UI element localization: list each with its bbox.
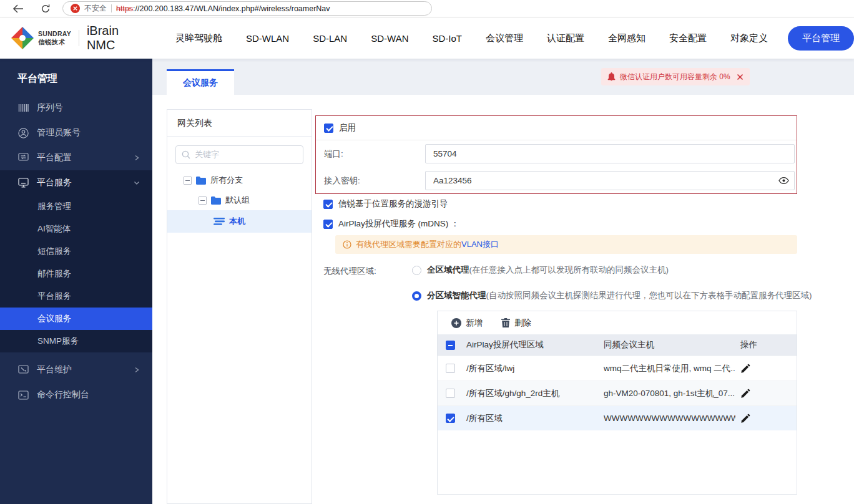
enable-checkbox[interactable] (324, 124, 333, 133)
sidebar-subitem-service-mgmt[interactable]: 服务管理 (0, 195, 152, 218)
main-content: 网关列表 关键字 所有分支 默认组 本机 (152, 95, 854, 504)
sidebar-item-platform-services[interactable]: 平台服务 (0, 170, 152, 195)
sidebar-item-platform-maintain[interactable]: 平台维护 (0, 357, 152, 382)
smart-area-radio-selected[interactable] (412, 291, 421, 301)
sidebar-subitem-ai-agent[interactable]: AI智能体 (0, 218, 152, 240)
gateway-list-panel: 网关列表 关键字 所有分支 默认组 本机 (167, 109, 312, 504)
sidebar-item-label: 平台配置 (37, 152, 72, 163)
sidebar-subitem-snmp[interactable]: SNMP服务 (0, 330, 152, 352)
nav-item-sd-wlan[interactable]: SD-WLAN (246, 33, 289, 44)
top-navigation: SUNDRAY 信锐技术 iBrain NMC 灵眸驾驶舱 SD-WLAN SD… (0, 17, 854, 59)
tab-meeting-service[interactable]: 会议服务 (167, 69, 234, 95)
nav-item-auth[interactable]: 认证配置 (547, 32, 584, 44)
tree-node-label: 默认组 (225, 195, 250, 206)
nav-item-sd-lan[interactable]: SD-LAN (313, 33, 347, 44)
radio-smart-area-row: 分区域智能代理(自动按照同频会议主机探测结果进行代理，您也可以在下方表格手动配置… (412, 290, 812, 301)
sidebar-subitem-mail[interactable]: 邮件服务 (0, 263, 152, 285)
sidebar-subitem-platform[interactable]: 平台服务 (0, 285, 152, 308)
radio-full-area-row: 全区域代理(在任意接入点上都可以发现所有联动的同频会议主机) (412, 264, 669, 276)
tree-node-label: 所有分支 (210, 175, 243, 186)
add-button[interactable]: 新增 (451, 317, 483, 329)
brand-name-cn: 信锐技术 (38, 38, 71, 46)
full-area-radio[interactable] (412, 266, 421, 275)
eye-icon[interactable] (778, 177, 789, 185)
nav-item-cockpit[interactable]: 灵眸驾驶舱 (175, 32, 222, 44)
delete-button-label: 删除 (514, 317, 531, 329)
nav-item-security[interactable]: 安全配置 (669, 32, 707, 44)
cell-host: gh-VM20-070801, gh-1st主机_07... (599, 388, 735, 399)
collapse-expander-icon[interactable] (184, 177, 192, 185)
sidebar-item-label: 平台维护 (37, 364, 72, 376)
table-toolbar: 新增 删除 (438, 311, 797, 334)
sidebar: 平台管理 序列号 管理员账号 平台配置 平台服务 服务管理 (0, 59, 152, 504)
browser-refresh-icon[interactable] (37, 1, 54, 17)
sidebar-item-cli-console[interactable]: 命令行控制台 (0, 382, 152, 407)
sidebar-item-serial[interactable]: 序列号 (0, 95, 152, 120)
collapse-expander-icon[interactable] (199, 196, 207, 205)
url-rest: ://200.200.183.47/WLAN/index.php#/wirele… (133, 4, 330, 13)
sidebar-item-label: 命令行控制台 (37, 389, 89, 400)
tab-strip: 会议服务 微信认证用户数可用容量剩余 0% (152, 59, 854, 95)
trash-icon (501, 318, 510, 327)
radio-desc: (自动按照同频会议主机探测结果进行代理，您也可以在下方表格手动配置服务代理区域) (486, 291, 812, 300)
table-row: /所有区域/lwj wmq二代主机日常使用, wmq 二代... (438, 356, 797, 380)
nav-item-sd-iot[interactable]: SD-IoT (432, 33, 462, 44)
device-icon (214, 218, 225, 225)
warning-text: 有线代理区域需要配置对应的VLAN接口 (356, 239, 499, 250)
cell-region: /所有区域/gh/gh_2rd主机 (463, 388, 599, 399)
sidebar-subitem-sms[interactable]: 短信服务 (0, 240, 152, 263)
browser-back-icon[interactable] (10, 1, 26, 17)
tree-node-default-group[interactable]: 默认组 (167, 190, 312, 210)
row-checkbox[interactable] (446, 389, 455, 398)
nav-item-sd-wan[interactable]: SD-WAN (371, 33, 408, 44)
sundray-logo-icon (11, 27, 34, 49)
roaming-checkbox[interactable] (323, 200, 333, 209)
platform-config-icon (17, 153, 29, 163)
tree-node-local-selected[interactable]: 本机 (167, 210, 312, 233)
delete-button[interactable]: 删除 (501, 317, 531, 329)
url-scheme: https (116, 4, 133, 13)
chevron-right-icon (134, 155, 140, 161)
row-checkbox-checked[interactable] (446, 414, 455, 423)
security-label: 不安全 (84, 3, 107, 14)
sidebar-item-label: 序列号 (37, 102, 63, 114)
barcode-icon (17, 104, 29, 112)
select-all-checkbox-indeterminate[interactable] (446, 341, 455, 350)
airplay-checkbox[interactable] (323, 220, 333, 229)
url-text: https://200.200.183.47/WLAN/index.php#/w… (116, 4, 330, 13)
nav-item-sense[interactable]: 全网感知 (608, 32, 645, 44)
port-input[interactable] (425, 144, 795, 163)
nav-item-objects[interactable]: 对象定义 (730, 32, 768, 44)
access-key-input[interactable] (425, 171, 795, 190)
edit-pencil-icon[interactable] (740, 364, 750, 374)
row-checkbox[interactable] (446, 364, 455, 373)
nav-item-platform-active[interactable]: 平台管理 (788, 26, 854, 51)
column-header-host: 同频会议主机 (599, 339, 735, 351)
enable-label: 启用 (339, 122, 356, 133)
radio-label: 全区域代理 (427, 265, 469, 274)
url-bar[interactable]: 不安全 https://200.200.183.47/WLAN/index.ph… (62, 1, 432, 16)
airplay-proxy-table: 新增 删除 AirPlay投屏代理区域 同频会议主机 操作 /所有区域/lwj … (437, 311, 797, 495)
vlan-interface-link[interactable]: VLAN接口 (461, 240, 499, 249)
platform-services-icon (17, 178, 29, 188)
sidebar-item-platform-config[interactable]: 平台配置 (0, 145, 152, 170)
port-row: 端口: (316, 140, 797, 167)
airplay-label: AirPlay投屏代理服务 (mDNS) ： (338, 218, 459, 230)
edit-pencil-icon[interactable] (740, 389, 750, 399)
gateway-search-input[interactable]: 关键字 (175, 145, 303, 164)
service-enable-section: 启用 端口: 接入密钥: (315, 115, 797, 194)
nav-item-meeting[interactable]: 会议管理 (486, 32, 523, 44)
info-icon (343, 240, 351, 249)
gateway-list-title: 网关列表 (167, 110, 312, 137)
close-icon[interactable] (737, 74, 744, 80)
tree-node-all-branches[interactable]: 所有分支 (167, 170, 312, 190)
brand: SUNDRAY 信锐技术 iBrain NMC (11, 24, 139, 52)
sidebar-item-admin[interactable]: 管理员账号 (0, 120, 152, 145)
edit-pencil-icon[interactable] (740, 414, 750, 424)
table-row: /所有区域/gh/gh_2rd主机 gh-VM20-070801, gh-1st… (438, 380, 797, 405)
sidebar-subitem-meeting-active[interactable]: 会议服务 (0, 308, 152, 330)
port-label: 端口: (324, 148, 425, 160)
access-key-row: 接入密钥: (316, 167, 797, 194)
plus-circle-icon (451, 318, 461, 328)
sidebar-item-label: 管理员账号 (37, 127, 81, 138)
